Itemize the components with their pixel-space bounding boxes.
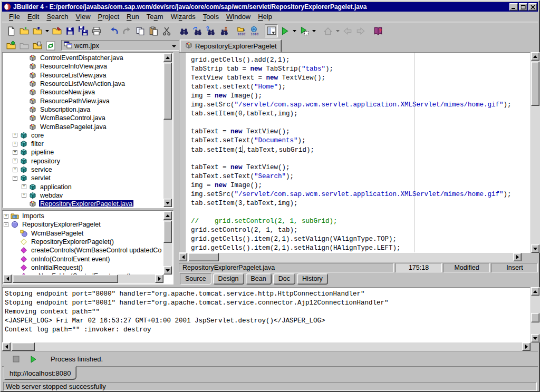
search-again-button[interactable]: ?: [204, 24, 217, 37]
paste-button[interactable]: [147, 24, 160, 37]
code-line[interactable]: tabText = new TextView();: [191, 163, 529, 172]
menu-file[interactable]: File: [5, 12, 24, 22]
scroll-left-icon[interactable]: [3, 275, 12, 283]
tree-item-resourceinfoview-java[interactable]: ResourceInfoView.java: [4, 62, 162, 71]
tree-item-filter[interactable]: +filter: [4, 140, 162, 148]
tree-item-resourcepathview-java[interactable]: ResourcePathView.java: [4, 96, 162, 105]
tree-item-application[interactable]: +application: [4, 182, 162, 191]
find-classes-button[interactable]: [217, 24, 230, 37]
menu-tools[interactable]: Tools: [199, 12, 223, 22]
expand-icon[interactable]: +: [22, 184, 26, 189]
tree-item-controleventdispatcher-java[interactable]: ControlEventDispatcher.java: [4, 54, 162, 62]
open-url-dropdown[interactable]: [44, 24, 50, 37]
tree-item-resourcenew-java[interactable]: ResourceNew.java: [4, 88, 162, 96]
debug-button[interactable]: [297, 24, 311, 37]
scroll-right-icon[interactable]: [522, 342, 531, 351]
structure-h-scrollbar[interactable]: [3, 275, 163, 283]
scroll-down-icon[interactable]: [163, 266, 172, 275]
replace-button[interactable]: [190, 24, 204, 37]
scrollbar-thumb[interactable]: [13, 275, 118, 283]
tree-item-wcmbasepagelet[interactable]: WcmBasePagelet: [4, 229, 162, 238]
scrollbar-thumb[interactable]: [163, 221, 172, 243]
tree-item-servlet[interactable]: −servlet: [4, 174, 162, 182]
code-line[interactable]: tabText.setText("Search");: [191, 172, 529, 181]
print-button[interactable]: [90, 24, 103, 37]
expand-icon[interactable]: +: [22, 193, 26, 198]
code-line[interactable]: grid.getCells().item(2,1).setHalign(HAli…: [191, 244, 529, 253]
menu-edit[interactable]: Edit: [24, 12, 43, 22]
expand-icon[interactable]: +: [13, 159, 17, 163]
tree-item-oninitialrequest-[interactable]: onInitialRequest(): [4, 263, 162, 272]
code-line[interactable]: img = new Image();: [191, 181, 529, 190]
code-line[interactable]: img.setSrc("/servlet/com.sap.wcm.servlet…: [191, 190, 529, 199]
new-file-button[interactable]: [4, 24, 17, 37]
editor-v-scrollbar[interactable]: [531, 52, 540, 253]
console-v-scrollbar[interactable]: [531, 287, 540, 342]
curtain-button[interactable]: [265, 24, 278, 37]
maximize-button[interactable]: [519, 3, 527, 11]
home-button[interactable]: [321, 24, 334, 37]
title-bar[interactable]: JBuilder 4 - E:/perforce/javabas/com.sap…: [2, 2, 538, 12]
scroll-down-icon[interactable]: [531, 244, 539, 253]
scrollbar-thumb[interactable]: [531, 62, 539, 106]
menu-search[interactable]: Search: [43, 12, 72, 22]
menu-view[interactable]: View: [72, 12, 94, 22]
message-tab-localhost[interactable]: http://localhost:8080: [4, 366, 76, 380]
tree-item-subscription-java[interactable]: Subscription.java: [4, 105, 162, 114]
menu-team[interactable]: Team: [143, 12, 167, 22]
tree-item-wcmbasecontrol-java[interactable]: WcmBaseControl.java: [4, 114, 162, 122]
project-tree-scrollbar[interactable]: [163, 53, 172, 207]
cut-button[interactable]: [160, 24, 173, 37]
code-line[interactable]: img.setSrc("/servlet/com.sap.wcm.servlet…: [191, 101, 529, 110]
code-editor[interactable]: grid.getCells().add(2,1);TabStrip tab = …: [179, 52, 531, 253]
tree-item-wcmbasepagelet-java[interactable]: WcmBasePagelet.java: [4, 122, 162, 131]
code-line[interactable]: tab.setItem(1,tabText,subGrid);: [191, 145, 529, 154]
scroll-down-icon[interactable]: [163, 199, 172, 207]
tree-item-service[interactable]: +service: [4, 165, 162, 174]
code-line[interactable]: [191, 154, 529, 163]
code-line[interactable]: tabText.setText("Documents");: [191, 136, 529, 145]
close-project-button[interactable]: [17, 39, 31, 52]
code-line[interactable]: img = new Image();: [191, 92, 529, 101]
code-line[interactable]: TextView tabText = new TextView();: [191, 74, 529, 83]
tree-item-imports[interactable]: +Imports: [4, 212, 162, 220]
menu-help[interactable]: Help: [254, 12, 276, 22]
minimize-button[interactable]: [509, 3, 518, 11]
expand-icon[interactable]: +: [13, 133, 17, 138]
save-as-button[interactable]: [50, 24, 63, 37]
scrollbar-thumb[interactable]: [12, 342, 35, 351]
debug-dropdown[interactable]: [311, 24, 317, 37]
code-line[interactable]: tabText.setText("Home");: [191, 83, 529, 92]
tree-item-webdav[interactable]: +webdav: [4, 191, 162, 200]
expand-icon[interactable]: +: [4, 214, 8, 219]
tree-item-createcontrols-wcmbasecontrol-updatedco[interactable]: createControls(WcmBaseControl updatedCo: [4, 246, 162, 254]
project-selector[interactable]: wcm.jpx: [61, 40, 179, 51]
scroll-left-icon[interactable]: [2, 342, 11, 351]
code-line[interactable]: tabText = new TextView();: [191, 128, 529, 136]
tree-item-pipeline[interactable]: +pipeline: [4, 148, 162, 156]
close-button[interactable]: [528, 3, 537, 11]
expand-icon[interactable]: +: [13, 142, 17, 146]
stop-process-button[interactable]: [11, 354, 22, 365]
open-project-button[interactable]: [4, 39, 17, 52]
rebuild-button[interactable]: 10101: [247, 24, 261, 37]
tree-item-oninfo-controlevent-event-[interactable]: onInfo(ControlEvent event): [4, 254, 162, 263]
run-process-icon[interactable]: [27, 354, 39, 365]
help-button[interactable]: ?: [371, 24, 384, 37]
menu-wizards[interactable]: Wizards: [167, 12, 199, 22]
code-line[interactable]: grid.getCells().item(2,1).setValign(VAli…: [191, 235, 529, 244]
scroll-up-icon[interactable]: [531, 52, 539, 61]
copy-button[interactable]: [133, 24, 147, 37]
menu-project[interactable]: Project: [94, 12, 123, 22]
home-dropdown[interactable]: [334, 24, 341, 37]
project-properties-button[interactable]: [31, 39, 44, 52]
scroll-right-icon[interactable]: [155, 275, 163, 283]
scrollbar-thumb[interactable]: [531, 313, 539, 322]
tab-bean[interactable]: Bean: [246, 273, 272, 285]
find-button[interactable]: [177, 24, 190, 37]
open-file-button[interactable]: [17, 24, 31, 37]
console-output[interactable]: Stoping endpoint port="8080" handler="or…: [2, 287, 531, 342]
expand-icon[interactable]: +: [13, 150, 17, 155]
tree-item-resourcelistviewaction-java[interactable]: ResourceListViewAction.java: [4, 80, 162, 88]
menu-window[interactable]: Window: [223, 12, 254, 22]
